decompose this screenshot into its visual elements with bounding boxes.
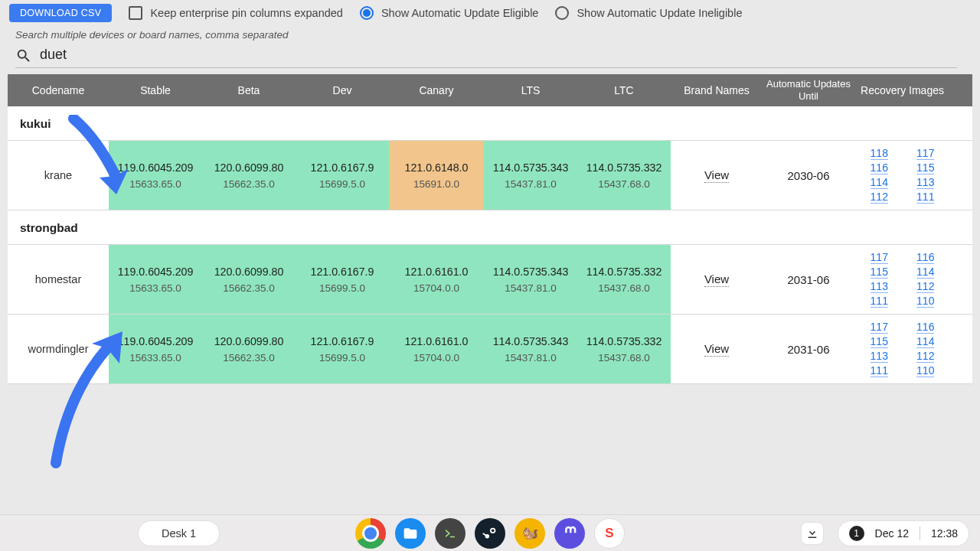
releases-table: Codename Stable Beta Dev Canary LTS LTC … bbox=[8, 74, 972, 384]
recovery-link[interactable]: 111 bbox=[871, 364, 888, 377]
brand-names-cell[interactable]: View bbox=[671, 141, 763, 210]
table-row: krane119.0.6045.20915633.65.0120.0.6099.… bbox=[8, 141, 972, 210]
brand-names-cell[interactable]: View bbox=[671, 245, 763, 314]
beta-cell: 120.0.6099.8015662.35.0 bbox=[202, 141, 296, 210]
recovery-link[interactable]: 111 bbox=[871, 295, 888, 308]
aue-cell: 2031-06 bbox=[763, 315, 854, 383]
status-tray[interactable]: 1 Dec 12 12:38 bbox=[838, 520, 969, 546]
app-terminal-icon[interactable] bbox=[435, 518, 466, 549]
recovery-link[interactable]: 112 bbox=[916, 350, 934, 363]
recovery-cell: 118117116115114113112111 bbox=[854, 141, 950, 210]
recovery-link[interactable]: 114 bbox=[916, 335, 934, 348]
col-recovery[interactable]: Recovery Images bbox=[854, 81, 950, 99]
recovery-link[interactable]: 116 bbox=[916, 251, 934, 264]
lts-cell: 114.0.5735.34315437.81.0 bbox=[484, 245, 577, 314]
recovery-link[interactable]: 114 bbox=[871, 176, 888, 189]
recovery-link[interactable]: 115 bbox=[871, 266, 888, 279]
search-hint: Search multiple devices or board names, … bbox=[15, 29, 965, 41]
recovery-link[interactable]: 112 bbox=[916, 280, 934, 293]
keep-expanded-checkbox[interactable]: Keep enterprise pin columns expanded bbox=[129, 6, 343, 20]
desk-switcher[interactable]: Desk 1 bbox=[138, 520, 220, 546]
checkbox-unchecked-icon bbox=[129, 6, 142, 20]
stable-cell: 119.0.6045.20915633.65.0 bbox=[109, 315, 202, 383]
table-header: Codename Stable Beta Dev Canary LTS LTC … bbox=[8, 74, 972, 106]
recovery-link[interactable]: 113 bbox=[916, 176, 934, 189]
recovery-link[interactable]: 115 bbox=[871, 335, 888, 348]
show-ineligible-radio[interactable]: Show Automatic Update Ineligible bbox=[555, 6, 742, 20]
table-row: wormdingler119.0.6045.20915633.65.0120.0… bbox=[8, 315, 972, 384]
notification-badge: 1 bbox=[849, 526, 864, 541]
recovery-cell: 117116115114113112111110 bbox=[854, 315, 950, 383]
table-row: homestar119.0.6045.20915633.65.0120.0.60… bbox=[8, 245, 972, 315]
lts-cell: 114.0.5735.34315437.81.0 bbox=[484, 141, 577, 210]
col-brand[interactable]: Brand Names bbox=[671, 81, 763, 99]
download-tray-icon[interactable] bbox=[801, 522, 824, 545]
recovery-link[interactable]: 117 bbox=[916, 147, 934, 160]
keep-expanded-label: Keep enterprise pin columns expanded bbox=[150, 7, 343, 19]
recovery-link[interactable]: 116 bbox=[871, 161, 888, 174]
group-row: strongbad bbox=[8, 210, 972, 245]
recovery-link[interactable]: 110 bbox=[916, 295, 934, 308]
download-csv-button[interactable]: DOWNLOAD CSV bbox=[9, 4, 112, 22]
beta-cell: 120.0.6099.8015662.35.0 bbox=[202, 245, 296, 314]
codename-cell: homestar bbox=[8, 245, 109, 314]
ltc-cell: 114.0.5735.33215437.68.0 bbox=[577, 245, 671, 314]
app-steam-icon[interactable] bbox=[475, 518, 505, 549]
toolbar: DOWNLOAD CSV Keep enterprise pin columns… bbox=[0, 0, 980, 26]
recovery-link[interactable]: 117 bbox=[871, 321, 888, 334]
recovery-link[interactable]: 113 bbox=[871, 350, 888, 363]
canary-cell: 121.0.6148.015691.0.0 bbox=[389, 141, 484, 210]
recovery-link[interactable]: 114 bbox=[916, 266, 934, 279]
dev-cell: 121.0.6167.915699.5.0 bbox=[296, 245, 389, 314]
show-eligible-label: Show Automatic Update Eligible bbox=[381, 7, 539, 19]
app-chrome-icon[interactable] bbox=[355, 518, 386, 549]
canary-cell: 121.0.6161.015704.0.0 bbox=[389, 315, 484, 383]
app-files-icon[interactable] bbox=[395, 518, 426, 549]
search-section: Search multiple devices or board names, … bbox=[0, 26, 980, 74]
app-dbeaver-icon[interactable]: 🐿️ bbox=[514, 518, 545, 549]
dev-cell: 121.0.6167.915699.5.0 bbox=[296, 315, 389, 383]
tray-time: 12:38 bbox=[931, 527, 958, 540]
dev-cell: 121.0.6167.915699.5.0 bbox=[296, 141, 389, 210]
recovery-link[interactable]: 111 bbox=[916, 191, 934, 204]
recovery-link[interactable]: 113 bbox=[871, 280, 888, 293]
recovery-cell: 117116115114113112111110 bbox=[854, 245, 950, 314]
recovery-link[interactable]: 118 bbox=[871, 147, 888, 160]
beta-cell: 120.0.6099.8015662.35.0 bbox=[202, 315, 296, 383]
codename-cell: krane bbox=[8, 141, 109, 210]
shelf: Desk 1 🐿️ S 1 Dec 12 bbox=[0, 514, 980, 551]
stable-cell: 119.0.6045.20915633.65.0 bbox=[109, 245, 202, 314]
search-icon bbox=[15, 47, 32, 64]
recovery-link[interactable]: 110 bbox=[916, 364, 934, 377]
col-stable[interactable]: Stable bbox=[109, 81, 202, 99]
col-beta[interactable]: Beta bbox=[202, 81, 296, 99]
col-lts[interactable]: LTS bbox=[484, 81, 577, 99]
radio-unchecked-icon bbox=[555, 6, 569, 20]
col-ltc[interactable]: LTC bbox=[577, 81, 671, 99]
codename-cell: wormdingler bbox=[8, 315, 109, 383]
col-dev[interactable]: Dev bbox=[296, 81, 389, 99]
recovery-link[interactable]: 116 bbox=[916, 321, 934, 334]
recovery-link[interactable]: 115 bbox=[916, 161, 934, 174]
ltc-cell: 114.0.5735.33215437.68.0 bbox=[577, 141, 671, 210]
col-codename[interactable]: Codename bbox=[8, 81, 109, 99]
brand-names-cell[interactable]: View bbox=[671, 315, 763, 383]
canary-cell: 121.0.6161.015704.0.0 bbox=[389, 245, 484, 314]
search-input[interactable] bbox=[38, 44, 957, 67]
col-canary[interactable]: Canary bbox=[389, 81, 484, 99]
aue-cell: 2030-06 bbox=[763, 141, 854, 210]
recovery-link[interactable]: 112 bbox=[871, 191, 888, 204]
tray-date: Dec 12 bbox=[875, 527, 909, 540]
radio-checked-icon bbox=[360, 6, 374, 20]
show-eligible-radio[interactable]: Show Automatic Update Eligible bbox=[360, 6, 539, 20]
app-mastodon-icon[interactable] bbox=[554, 518, 585, 549]
app-shortcut-icon[interactable]: S bbox=[594, 518, 625, 549]
stable-cell: 119.0.6045.20915633.65.0 bbox=[109, 141, 202, 210]
tray-divider bbox=[920, 527, 920, 540]
col-aue[interactable]: Automatic Updates Until bbox=[763, 75, 854, 105]
ltc-cell: 114.0.5735.33215437.68.0 bbox=[577, 315, 671, 383]
group-row: kukui bbox=[8, 106, 972, 141]
svg-point-1 bbox=[492, 529, 495, 532]
recovery-link[interactable]: 117 bbox=[871, 251, 888, 264]
show-ineligible-label: Show Automatic Update Ineligible bbox=[577, 7, 742, 19]
